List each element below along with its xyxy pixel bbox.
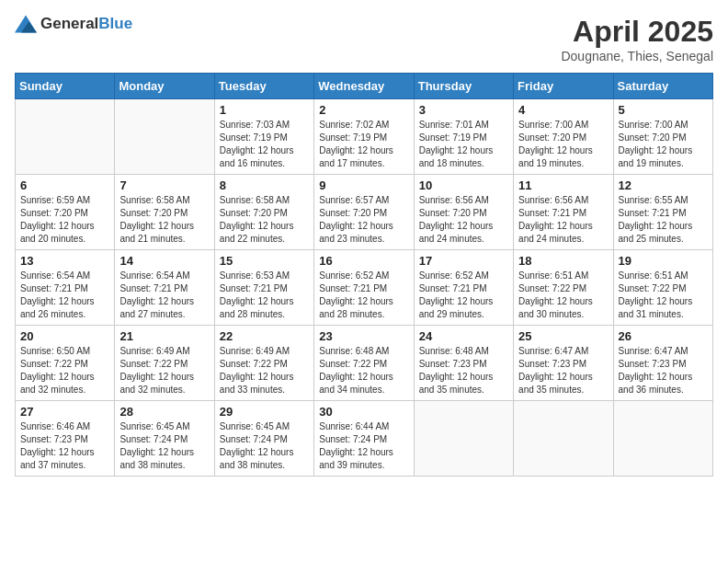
month-title: April 2025 [561,15,713,49]
calendar-cell [414,401,513,477]
day-info: Sunrise: 6:50 AMSunset: 7:22 PMDaylight:… [20,345,109,396]
calendar-cell: 5Sunrise: 7:00 AMSunset: 7:20 PMDaylight… [613,99,712,175]
day-info: Sunrise: 6:47 AMSunset: 7:23 PMDaylight:… [619,345,708,396]
calendar-cell: 19Sunrise: 6:51 AMSunset: 7:22 PMDayligh… [613,250,712,326]
day-number: 15 [220,254,309,268]
day-info: Sunrise: 7:03 AMSunset: 7:19 PMDaylight:… [220,119,309,170]
day-info: Sunrise: 7:00 AMSunset: 7:20 PMDaylight:… [619,119,708,170]
day-number: 7 [119,178,209,192]
day-info: Sunrise: 6:48 AMSunset: 7:22 PMDaylight:… [319,345,408,396]
header-day-monday: Monday [115,74,214,99]
calendar-cell: 12Sunrise: 6:55 AMSunset: 7:21 PMDayligh… [613,175,712,250]
header-day-thursday: Thursday [414,74,513,99]
day-info: Sunrise: 6:57 AMSunset: 7:20 PMDaylight:… [319,194,408,246]
day-number: 14 [119,254,209,268]
header-day-friday: Friday [514,74,613,99]
calendar-cell: 15Sunrise: 6:53 AMSunset: 7:21 PMDayligh… [214,250,313,326]
day-info: Sunrise: 6:58 AMSunset: 7:20 PMDaylight:… [119,194,209,246]
calendar-cell: 29Sunrise: 6:45 AMSunset: 7:24 PMDayligh… [214,401,313,477]
week-row-1: 1Sunrise: 7:03 AMSunset: 7:19 PMDaylight… [16,99,713,175]
day-number: 18 [518,254,608,268]
header-row: SundayMondayTuesdayWednesdayThursdayFrid… [16,74,713,99]
week-row-4: 20Sunrise: 6:50 AMSunset: 7:22 PMDayligh… [16,326,713,401]
logo-text: GeneralBlue [40,15,132,33]
day-number: 11 [518,178,608,192]
day-number: 16 [319,254,408,268]
calendar-cell: 9Sunrise: 6:57 AMSunset: 7:20 PMDaylight… [314,175,414,250]
header-day-saturday: Saturday [613,74,712,99]
day-number: 12 [619,178,708,192]
calendar-table: SundayMondayTuesdayWednesdayThursdayFrid… [15,73,713,477]
day-info: Sunrise: 6:49 AMSunset: 7:22 PMDaylight:… [119,345,209,396]
calendar-cell: 1Sunrise: 7:03 AMSunset: 7:19 PMDaylight… [214,99,313,175]
calendar-cell [514,401,613,477]
day-number: 13 [20,254,109,268]
title-area: April 2025 Dougnane, Thies, Senegal [561,15,713,63]
day-info: Sunrise: 6:53 AMSunset: 7:21 PMDaylight:… [220,270,309,321]
day-number: 21 [119,329,209,343]
header-day-wednesday: Wednesday [314,74,414,99]
day-number: 30 [319,405,408,419]
day-info: Sunrise: 6:45 AMSunset: 7:24 PMDaylight:… [119,420,209,472]
day-number: 17 [419,254,508,268]
week-row-5: 27Sunrise: 6:46 AMSunset: 7:23 PMDayligh… [16,401,713,477]
calendar-cell [115,99,214,175]
day-number: 28 [119,405,209,419]
calendar-cell: 8Sunrise: 6:58 AMSunset: 7:20 PMDaylight… [214,175,313,250]
day-number: 23 [319,329,408,343]
day-number: 10 [419,178,508,192]
day-info: Sunrise: 7:01 AMSunset: 7:19 PMDaylight:… [419,119,508,170]
calendar-cell: 7Sunrise: 6:58 AMSunset: 7:20 PMDaylight… [115,175,214,250]
day-info: Sunrise: 6:51 AMSunset: 7:22 PMDaylight:… [518,270,608,321]
calendar-cell: 16Sunrise: 6:52 AMSunset: 7:21 PMDayligh… [314,250,414,326]
day-info: Sunrise: 6:56 AMSunset: 7:21 PMDaylight:… [518,194,608,246]
calendar-cell: 27Sunrise: 6:46 AMSunset: 7:23 PMDayligh… [16,401,115,477]
day-number: 19 [619,254,708,268]
day-number: 26 [619,329,708,343]
day-info: Sunrise: 6:47 AMSunset: 7:23 PMDaylight:… [518,345,608,396]
week-row-3: 13Sunrise: 6:54 AMSunset: 7:21 PMDayligh… [16,250,713,326]
day-number: 25 [518,329,608,343]
calendar-cell: 22Sunrise: 6:49 AMSunset: 7:22 PMDayligh… [214,326,313,401]
day-info: Sunrise: 6:58 AMSunset: 7:20 PMDaylight:… [220,194,309,246]
header-day-tuesday: Tuesday [214,74,313,99]
day-number: 2 [319,103,408,117]
day-info: Sunrise: 6:51 AMSunset: 7:22 PMDaylight:… [619,270,708,321]
day-info: Sunrise: 6:52 AMSunset: 7:21 PMDaylight:… [319,270,408,321]
logo: GeneralBlue [15,15,132,33]
calendar-cell: 18Sunrise: 6:51 AMSunset: 7:22 PMDayligh… [514,250,613,326]
day-number: 5 [619,103,708,117]
day-number: 29 [220,405,309,419]
day-number: 1 [220,103,309,117]
day-number: 4 [518,103,608,117]
logo-blue: Blue [98,15,132,32]
day-number: 6 [20,178,109,192]
day-info: Sunrise: 6:55 AMSunset: 7:21 PMDaylight:… [619,194,708,246]
calendar-cell: 21Sunrise: 6:49 AMSunset: 7:22 PMDayligh… [115,326,214,401]
calendar-cell: 28Sunrise: 6:45 AMSunset: 7:24 PMDayligh… [115,401,214,477]
calendar-cell: 23Sunrise: 6:48 AMSunset: 7:22 PMDayligh… [314,326,414,401]
calendar-cell: 13Sunrise: 6:54 AMSunset: 7:21 PMDayligh… [16,250,115,326]
day-info: Sunrise: 7:02 AMSunset: 7:19 PMDaylight:… [319,119,408,170]
day-number: 9 [319,178,408,192]
calendar-cell: 14Sunrise: 6:54 AMSunset: 7:21 PMDayligh… [115,250,214,326]
day-info: Sunrise: 6:59 AMSunset: 7:20 PMDaylight:… [20,194,109,246]
day-info: Sunrise: 6:56 AMSunset: 7:20 PMDaylight:… [419,194,508,246]
logo-icon [15,15,37,33]
logo-general: General [40,15,98,32]
day-info: Sunrise: 6:48 AMSunset: 7:23 PMDaylight:… [419,345,508,396]
calendar-cell: 2Sunrise: 7:02 AMSunset: 7:19 PMDaylight… [314,99,414,175]
calendar-cell: 26Sunrise: 6:47 AMSunset: 7:23 PMDayligh… [613,326,712,401]
day-number: 8 [220,178,309,192]
calendar-cell [613,401,712,477]
day-number: 27 [20,405,109,419]
calendar-cell: 6Sunrise: 6:59 AMSunset: 7:20 PMDaylight… [16,175,115,250]
calendar-cell: 11Sunrise: 6:56 AMSunset: 7:21 PMDayligh… [514,175,613,250]
day-info: Sunrise: 6:52 AMSunset: 7:21 PMDaylight:… [419,270,508,321]
calendar-cell: 20Sunrise: 6:50 AMSunset: 7:22 PMDayligh… [16,326,115,401]
calendar-cell: 30Sunrise: 6:44 AMSunset: 7:24 PMDayligh… [314,401,414,477]
day-info: Sunrise: 6:46 AMSunset: 7:23 PMDaylight:… [20,420,109,472]
week-row-2: 6Sunrise: 6:59 AMSunset: 7:20 PMDaylight… [16,175,713,250]
day-info: Sunrise: 7:00 AMSunset: 7:20 PMDaylight:… [518,119,608,170]
day-number: 22 [220,329,309,343]
